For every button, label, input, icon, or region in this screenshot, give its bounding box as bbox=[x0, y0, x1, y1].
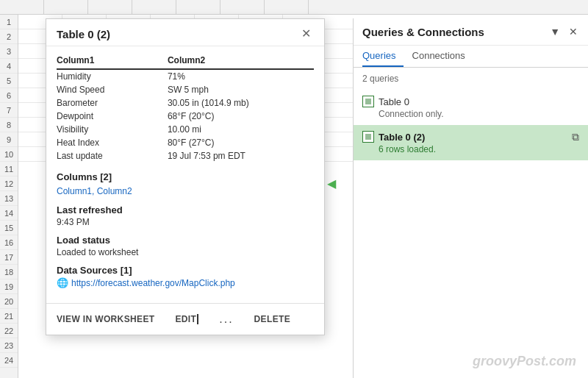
query-status: 6 rows loaded. bbox=[362, 144, 436, 154]
qc-close-button[interactable]: ✕ bbox=[567, 24, 579, 39]
last-refreshed-value: 9:43 PM bbox=[57, 217, 314, 227]
table-row: Visibility10.00 mi bbox=[57, 123, 314, 136]
table-cell-col2: 10.00 mi bbox=[168, 123, 314, 136]
table-cell-col1: Visibility bbox=[57, 123, 168, 136]
last-refreshed-label: Last refreshed bbox=[57, 204, 314, 215]
table-cell-col2: 68°F (20°C) bbox=[168, 110, 314, 123]
col-header-E bbox=[176, 0, 220, 14]
load-status-label: Load status bbox=[57, 235, 314, 246]
load-status-section: Load status Loaded to worksheet bbox=[57, 235, 314, 257]
col-header-C bbox=[88, 0, 132, 14]
row-numbers: 1 2 3 4 5 6 7 8 9 10 11 12 13 14 15 16 1… bbox=[0, 15, 18, 378]
table-cell-col1: Last update bbox=[57, 149, 168, 163]
columns-label: Columns [2] bbox=[57, 171, 314, 182]
data-sources-label: Data Sources [1] bbox=[57, 265, 314, 276]
columns-link[interactable]: Column1, Column2 bbox=[57, 186, 132, 196]
qc-list: Table 0Connection only.Table 0 (2)6 rows… bbox=[354, 87, 588, 163]
table-cell-col1: Wind Speed bbox=[57, 83, 168, 96]
table-row: Wind SpeedSW 5 mph bbox=[57, 83, 314, 96]
table-row: Humidity71% bbox=[57, 69, 314, 83]
query-name: Table 0 bbox=[379, 96, 409, 107]
columns-section: Columns [2] Column1, Column2 bbox=[57, 171, 314, 197]
qc-tabs: Queries Connections bbox=[354, 46, 588, 68]
close-button[interactable]: ✕ bbox=[298, 26, 314, 41]
query-name: Table 0 (2) bbox=[379, 132, 425, 143]
table-cell-col2: SW 5 mph bbox=[168, 83, 314, 96]
cursor bbox=[197, 314, 198, 324]
table-row: Last update19 Jul 7:53 pm EDT bbox=[57, 149, 314, 163]
load-status-value: Loaded to worksheet bbox=[57, 247, 314, 257]
col-header-G bbox=[265, 0, 309, 14]
data-sources-section: Data Sources [1] 🌐 https://forecast.weat… bbox=[57, 265, 314, 288]
qc-header-icons: ▼ ✕ bbox=[548, 24, 579, 39]
table-row: Heat Index80°F (27°C) bbox=[57, 136, 314, 149]
table-cell-col2: 30.05 in (1014.9 mb) bbox=[168, 96, 314, 110]
qc-title: Queries & Connections bbox=[362, 26, 484, 38]
popup-footer: VIEW IN WORKSHEET EDIT ... DELETE bbox=[46, 303, 324, 335]
table-cell-col1: Dewpoint bbox=[57, 110, 168, 123]
tab-queries[interactable]: Queries bbox=[362, 46, 404, 67]
qc-count: 2 queries bbox=[354, 68, 588, 87]
delete-button[interactable]: DELETE bbox=[254, 311, 291, 327]
col-header-A bbox=[0, 0, 44, 14]
query-item[interactable]: Table 0Connection only. bbox=[354, 90, 588, 125]
query-expand-icon: ⧉ bbox=[572, 131, 579, 143]
query-table-icon bbox=[362, 96, 374, 107]
table-cell-col1: Humidity bbox=[57, 69, 168, 83]
col2-header: Column2 bbox=[168, 54, 314, 69]
view-in-worksheet-button[interactable]: VIEW IN WORKSHEET bbox=[57, 311, 154, 327]
table-cell-col1: Heat Index bbox=[57, 136, 168, 149]
table-row: Barometer30.05 in (1014.9 mb) bbox=[57, 96, 314, 110]
query-status: Connection only. bbox=[362, 109, 444, 119]
query-table-icon bbox=[362, 131, 374, 143]
popup-card: Table 0 (2) ✕ Column1 Column2 Humidity71… bbox=[46, 18, 325, 335]
table-cell-col2: 19 Jul 7:53 pm EDT bbox=[168, 149, 314, 163]
qc-header: Queries & Connections ▼ ✕ bbox=[354, 18, 588, 46]
data-table: Column1 Column2 Humidity71%Wind SpeedSW … bbox=[57, 54, 314, 163]
last-refreshed-section: Last refreshed 9:43 PM bbox=[57, 204, 314, 227]
qc-collapse-button[interactable]: ▼ bbox=[548, 24, 562, 39]
column-headers bbox=[0, 0, 588, 15]
popup-header: Table 0 (2) ✕ bbox=[46, 19, 324, 46]
col-header-D bbox=[132, 0, 176, 14]
arrow-connector bbox=[327, 176, 342, 191]
data-source-link[interactable]: https://forecast.weather.gov/MapClick.ph… bbox=[71, 278, 235, 288]
table-cell-col2: 80°F (27°C) bbox=[168, 136, 314, 149]
table-cell-col1: Barometer bbox=[57, 96, 168, 110]
popup-title: Table 0 (2) bbox=[57, 28, 110, 40]
popup-body: Column1 Column2 Humidity71%Wind SpeedSW … bbox=[46, 46, 324, 303]
col-header-B bbox=[44, 0, 88, 14]
globe-icon: 🌐 bbox=[57, 277, 68, 288]
edit-button[interactable]: EDIT bbox=[175, 311, 198, 328]
col1-header: Column1 bbox=[57, 54, 168, 69]
watermark: groovyPost.com bbox=[473, 354, 576, 369]
queries-connections-panel: Queries & Connections ▼ ✕ Queries Connec… bbox=[353, 18, 588, 378]
query-item[interactable]: Table 0 (2)6 rows loaded.⧉ bbox=[354, 125, 588, 160]
tab-connections[interactable]: Connections bbox=[412, 46, 473, 67]
table-cell-col2: 71% bbox=[168, 69, 314, 83]
more-options-button[interactable]: ... bbox=[219, 310, 233, 329]
col-header-F bbox=[220, 0, 265, 14]
table-row: Dewpoint68°F (20°C) bbox=[57, 110, 314, 123]
